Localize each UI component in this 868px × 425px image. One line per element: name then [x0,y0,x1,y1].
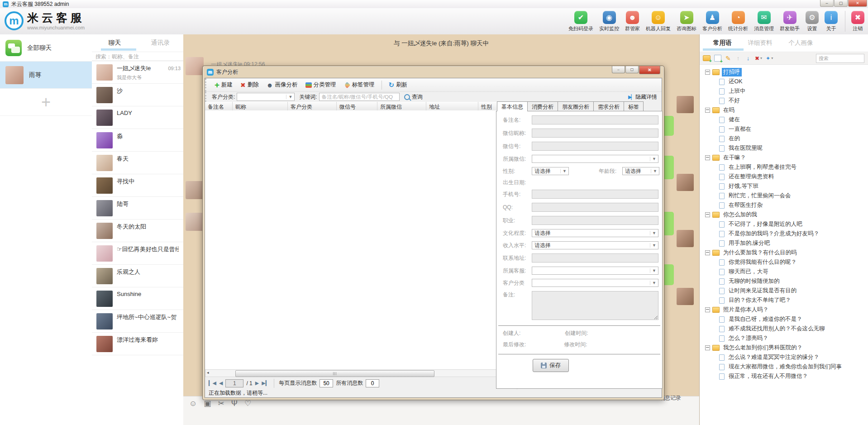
tree-item[interactable]: 在的 [701,134,868,143]
remark-input[interactable] [532,115,658,124]
tree-item-label[interactable]: 无聊的时候随便加的 [727,277,781,286]
tree-item[interactable]: 在帮医生打杂 [701,201,868,210]
top-nav-item[interactable]: ✉ 消息管理 [754,11,774,32]
tree-item[interactable]: 你怎么加的我 [701,210,868,220]
tree-item-label[interactable]: 你怎么加的我 [722,210,758,219]
age-range-select[interactable]: 请选择▼ [622,167,659,175]
phone-input[interactable] [532,190,658,199]
delete-icon[interactable]: ✖ [755,55,762,62]
tree-item-label[interactable]: 为什么要加我？有什么目的吗 [722,248,798,257]
tree-item-label[interactable]: 还OK [727,77,744,86]
top-nav-item[interactable]: ✈ 群发助手 [780,11,800,32]
tab-consume-analysis[interactable]: 消费分析 [527,101,558,111]
move-up-icon[interactable]: ↑ [735,55,741,62]
account-item[interactable]: 雨荨 [0,62,92,89]
top-nav-item[interactable]: ◔ 统计分析 [728,11,748,32]
tree-item-label[interactable]: 在吗 [722,106,736,115]
top-nav-item[interactable]: ✔ 免扫码登录 [568,11,593,32]
column-header[interactable]: 所属微信 [377,102,426,110]
tree-item-label[interactable]: 不是你加的我吗？介意成为好友吗？ [727,229,820,238]
per-page-input[interactable] [320,379,333,387]
page-number-input[interactable] [225,379,243,387]
tree-item-label[interactable]: 用手加的,缘分吧 [727,239,771,248]
prev-page-button[interactable]: ◀ [219,380,223,386]
tree-item[interactable]: 还在整理病患资料 [701,172,868,181]
tree-item[interactable]: 不是你加的我吗？介意成为好友吗？ [701,229,868,239]
dialog-minimize-button[interactable]: – [612,66,625,73]
dialog-maximize-button[interactable]: ▢ [625,66,639,73]
tree-item-label[interactable]: 怎么说？难道是冥冥中注定的缘分？ [727,353,820,362]
category-manage-button[interactable]: 分类管理 [303,80,339,90]
collapse-icon[interactable] [705,108,710,113]
tree-item-label[interactable]: 难不成我还找用别人的？不会这么无聊 [727,325,826,333]
contact-row[interactable]: 淼 [92,129,183,152]
tree-item-label[interactable]: 在干嘛？ [722,153,747,162]
tree-item-label[interactable]: 目的？你太不单纯了吧？ [727,296,792,305]
phrase-search-input[interactable] [816,54,864,63]
dialog-close-button[interactable]: ✕ [639,66,660,74]
top-nav-item[interactable]: ◉ 实时监控 [599,11,619,32]
tab-basic-info[interactable]: 基本信息 [497,101,528,111]
dialog-titlebar[interactable]: m 客户分析 – ▢ ✕ [203,66,664,78]
tree-item-label[interactable]: 上班中 [727,87,747,96]
wechat-id-input[interactable] [532,142,658,151]
scissors-icon[interactable]: ✂ [218,400,224,408]
tree-item-label[interactable]: 健在 [727,115,741,124]
emoji-icon[interactable]: ☺ [189,400,197,408]
add-account-button[interactable]: + [0,89,92,116]
delete-button[interactable]: ✖删除 [238,80,262,90]
tree-item[interactable]: 不记得了，好像是附近的人吧 [701,220,868,229]
tree-item-label[interactable]: 在上班啊，刚帮患者挂完号 [727,163,798,172]
tag-manage-button[interactable]: 标签管理 [341,80,377,90]
tree-item[interactable]: 我在医院里呢 [701,143,868,153]
tree-item-label[interactable]: 是我自己呀，难道你的不是？ [727,315,804,324]
column-header[interactable]: 微信号 [337,102,377,110]
tree-item[interactable]: 好饿,等下班 [701,181,868,191]
logout-button[interactable]: ✖ 注销 [851,11,864,32]
tree-item[interactable]: 不好 [701,96,868,105]
tree-item[interactable]: 用手加的,缘分吧 [701,239,868,248]
gender-select[interactable]: 请选择▼ [532,167,569,175]
heart-shake-icon[interactable]: ♡ [244,400,251,408]
tree-item[interactable]: 为什么要加我？有什么目的吗 [701,248,868,258]
keyword-input[interactable] [319,93,400,101]
contact-row[interactable]: Sunshine [92,287,183,310]
tree-item-label[interactable]: 现在大家都用微信，难免你也会加到我们同事 [727,363,843,371]
tree-item[interactable]: 还OK [701,77,868,86]
tree-item[interactable]: 一直都在 [701,124,868,134]
tree-item[interactable]: 怎么？漂亮吗？ [701,334,868,343]
query-button[interactable]: 查询 [404,93,423,101]
tab-personal-portrait[interactable]: 个人画像 [789,39,813,47]
send-icon[interactable]: ✦ [766,55,773,62]
tree-item-label[interactable]: 我在医院里呢 [727,144,764,153]
collapse-icon[interactable] [705,70,710,75]
hide-details-toggle[interactable]: ▶▏ 隐藏详情 [628,93,657,101]
tab-demand-analysis[interactable]: 需求分析 [593,101,624,111]
collapse-icon[interactable] [705,155,710,160]
tree-item[interactable]: 我怎么老加到你们男科医院的？ [701,343,868,353]
tree-item-label[interactable]: 还在整理病患资料 [727,172,775,181]
first-page-button[interactable]: ▎◀ [209,380,216,386]
contact-row[interactable]: 乐观之人 [92,265,183,287]
tree-item[interactable]: 难不成我还找用别人的？不会这么无聊 [701,324,868,334]
move-down-icon[interactable]: ↓ [745,55,751,62]
tree-item[interactable]: 是我自己呀，难道你的不是？ [701,315,868,324]
top-nav-item[interactable]: ➤ 咨询图标 [677,11,696,32]
owner-wechat-select[interactable]: ▼ [532,155,658,163]
minimize-button[interactable]: – [820,0,834,7]
total-messages-input[interactable] [366,379,379,387]
tree-item-label[interactable]: 在的 [727,134,741,143]
contact-row[interactable]: 春天 [92,152,183,174]
contact-row[interactable]: 冬天的太阳 [92,220,183,242]
collapse-icon[interactable] [705,345,710,350]
tree-item-label[interactable]: 照片是你本人吗？ [722,306,770,314]
education-select[interactable]: 请选择▼ [532,229,658,237]
top-nav-item[interactable]: ♟ 客户分析 [702,11,722,32]
mic-icon[interactable]: Ψ [231,400,238,408]
collapse-icon[interactable] [705,212,710,217]
tree-item-label[interactable]: 聊天而已，大哥 [727,267,770,276]
tree-item[interactable]: 上班中 [701,86,868,96]
address-input[interactable] [532,253,658,263]
tree-item[interactable]: 怎么说？难道是冥冥中注定的缘分？ [701,353,868,362]
top-nav-item[interactable]: ☻ 群管家 [625,11,640,32]
